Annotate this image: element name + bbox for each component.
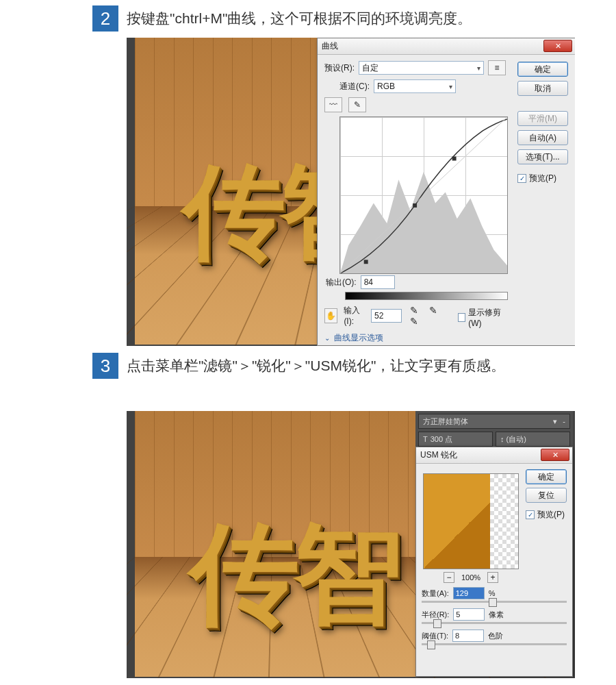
ok-button[interactable]: 确定 (517, 62, 568, 77)
radius-input[interactable]: 5 (453, 608, 485, 621)
disclosure-icon[interactable]: ⌄ (324, 334, 330, 342)
curve-tool-icon[interactable]: 〰 (324, 97, 342, 112)
font-size-select[interactable]: T 300 点 (418, 432, 493, 447)
input-value[interactable]: 52 (371, 309, 402, 323)
usm-reset-button[interactable]: 复位 (526, 488, 567, 503)
cancel-button[interactable]: 取消 (517, 81, 568, 96)
smooth-button: 平滑(M) (517, 111, 568, 126)
options-button[interactable]: 选项(T)... (517, 149, 568, 164)
display-options-toggle[interactable]: 曲线显示选项 (334, 332, 383, 344)
usm-preview-checkbox[interactable]: ✓预览(P) (526, 509, 567, 521)
auto-button[interactable]: 自动(A) (517, 130, 568, 145)
preset-label: 预设(R): (324, 62, 355, 74)
input-label: 输入(I): (344, 305, 367, 326)
curves-titlebar[interactable]: 曲线 ✕ (318, 38, 575, 55)
leading-select[interactable]: ↕ (自动) (496, 432, 570, 447)
threshold-label: 阈值(T): (422, 631, 448, 641)
font-family-select[interactable]: 方正胖娃简体▾- (418, 414, 570, 429)
figure-1: 传智 曲线 ✕ 预设(R): 自定 ≡ 通道(C): RGB 〰 ✎ (127, 38, 575, 346)
zoom-in-button[interactable]: + (487, 572, 498, 583)
amount-slider[interactable] (422, 601, 567, 603)
radius-slider[interactable] (422, 622, 567, 624)
step-2-header: 2 按键盘"chtrl+M"曲线，这个可根据不同的环境调亮度。 (92, 5, 472, 32)
curve-graph[interactable] (339, 116, 508, 274)
amount-input[interactable]: 129 (453, 587, 485, 599)
preset-menu-icon[interactable]: ≡ (488, 60, 506, 75)
usm-dialog: USM 锐化 ✕ − 100% + 确定 复位 ✓预览(P) 数量(A): 12… (415, 447, 573, 677)
usm-ok-button[interactable]: 确定 (526, 469, 567, 484)
show-clipping-checkbox[interactable]: 显示修剪(W) (458, 307, 508, 328)
svg-rect-3 (364, 260, 368, 264)
artwork-text-2: 传智 (190, 501, 398, 649)
curves-title: 曲线 (322, 40, 338, 52)
usm-title: USM 锐化 (420, 449, 457, 461)
svg-rect-1 (413, 203, 417, 208)
canvas-preview-2: 传智 (135, 411, 415, 677)
curves-dialog: 曲线 ✕ 预设(R): 自定 ≡ 通道(C): RGB 〰 ✎ (317, 38, 575, 346)
step-3-header: 3 点击菜单栏"滤镜"＞"锐化"＞"USM锐化"，让文字更有质感。 (92, 353, 585, 379)
svg-line-0 (340, 117, 507, 273)
close-icon[interactable]: ✕ (541, 449, 569, 461)
figure-2: 传智 方正胖娃简体▾- T 300 点 ↕ (自动) USM 锐化 ✕ − 10… (127, 411, 575, 678)
threshold-input[interactable]: 8 (452, 630, 484, 642)
step-2-text: 按键盘"chtrl+M"曲线，这个可根据不同的环境调亮度。 (127, 5, 472, 30)
radius-label: 半径(R): (422, 610, 449, 620)
step-3-badge: 3 (92, 353, 118, 379)
usm-titlebar[interactable]: USM 锐化 ✕ (416, 447, 572, 464)
step-2-badge: 2 (92, 5, 118, 32)
hand-tool-icon[interactable]: ✋ (324, 308, 337, 323)
amount-label: 数量(A): (422, 588, 449, 599)
channel-label: 通道(C): (339, 81, 370, 92)
svg-rect-2 (452, 157, 457, 161)
close-icon[interactable]: ✕ (543, 40, 572, 52)
eyedropper-icons[interactable]: ✎ ✎ ✎ (410, 305, 454, 327)
pencil-tool-icon[interactable]: ✎ (348, 97, 366, 112)
curve-line (340, 117, 507, 273)
channel-select[interactable]: RGB (374, 79, 456, 93)
preview-checkbox[interactable]: ✓预览(P) (517, 173, 568, 184)
zoom-value: 100% (461, 573, 480, 582)
output-label: 输出(O): (326, 277, 357, 288)
preset-select[interactable]: 自定 (359, 61, 484, 75)
usm-preview[interactable] (423, 473, 519, 569)
output-value[interactable]: 84 (361, 275, 395, 289)
threshold-slider[interactable] (422, 643, 567, 645)
step-3-text: 点击菜单栏"滤镜"＞"锐化"＞"USM锐化"，让文字更有质感。 (127, 353, 505, 377)
zoom-out-button[interactable]: − (444, 572, 454, 583)
